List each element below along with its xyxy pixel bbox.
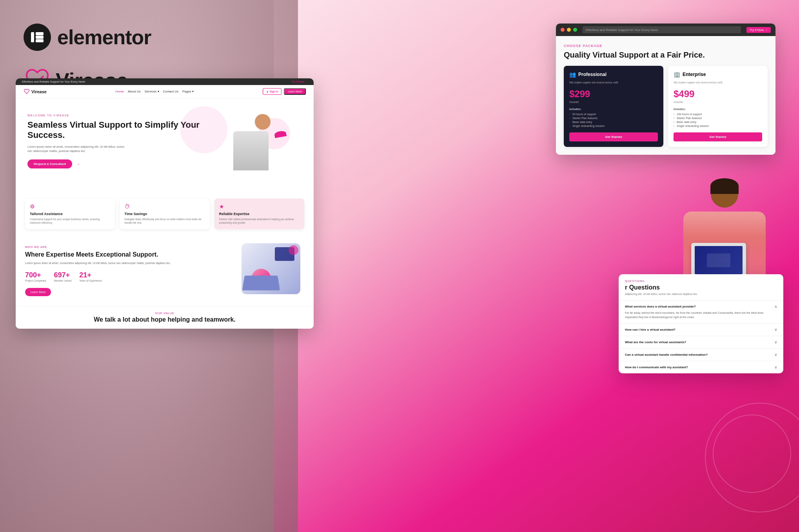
stat-label-1: Project Completed [25,279,46,282]
site-logo-icon [24,89,30,95]
stat-1: 700+ Project Completed [25,271,46,282]
nav-item-services[interactable]: Services ▾ [145,90,159,93]
faq-item-4[interactable]: Can a virtual assistant handle confident… [619,348,783,361]
pricing-card-professional: 👥 Professional Nid nullam sapien est viv… [564,66,663,147]
laptop-screen [695,246,743,274]
about-image [242,243,304,298]
stat-2: 697+ Member Joined [54,271,71,282]
service-desc-2: Delegate tasks effortlessly and focus on… [124,217,205,224]
pricing-card-header-pro: 👥 Professional [569,71,658,78]
about-title: Where Expertise Meets Exceptional Suppor… [25,251,234,258]
pricing-includes-pro: Includes: [569,108,658,110]
pricing-section: CHOOSE PACKAGE Quality Virtual Support a… [556,36,775,155]
site-nav: Virease Home About Us Services ▾ Contact… [16,85,314,98]
about-content: WHO WE ARE Where Expertise Meets Excepti… [25,246,234,296]
faq-chevron-3: ∨ [774,340,777,344]
nav-items: Home About Us Services ▾ Contact Us Page… [51,90,258,93]
elementor-logo: elementor [24,24,274,51]
faq-item-3[interactable]: What are the costs for virtual assistant… [619,336,783,348]
woman2-hair [710,178,739,194]
browser-dot-yellow [567,28,571,32]
laptop [691,243,746,278]
hero-content: WELCOME TO VIREASE Seamless Virtual Supp… [27,110,223,168]
faq-question-5: How do I communicate with my assistant? … [625,365,777,369]
stat-number-1: 700+ [25,271,46,279]
announcement-cta[interactable]: Try It Now → [291,80,307,83]
woman2-head [711,180,738,208]
main-browser: Effortless and Reliable Support for Your… [16,78,314,329]
stat-number-2: 697+ [54,271,71,279]
nav-item-home[interactable]: Home [115,90,123,93]
stat-3: 21+ Years of Experience [79,271,102,282]
pricing-feature-pro-2: Starter Plan features [569,117,658,119]
bottom-title: We talk a lot about hope helping and tea… [25,316,304,323]
pricing-name-ent: Enterprise [683,72,706,77]
pricing-period-pro: /month [569,100,658,104]
faq-eyebrow: QUESTIONS [619,274,783,284]
service-title-2: Time Savings [124,212,205,216]
pricing-feature-pro-3: Basic data entry [569,121,658,123]
faq-question-4: Can a virtual assistant handle confident… [625,353,777,357]
pricing-desc-pro: Nid nullam sapien est viverra lectus vel… [569,81,658,85]
pricing-browser: Effortless and Reliable Support for Your… [556,24,775,155]
service-cards-row: ⚙ Tailored Assistance Customized support… [16,192,314,235]
pricing-period-ent: /month [674,100,762,104]
nav-buttons: ▲ Sign In Learn More [263,88,306,95]
stats-row: 700+ Project Completed 697+ Member Joine… [25,271,234,282]
hero-cta-icon: → [76,162,80,166]
pricing-browser-bar: Effortless and Reliable Support for Your… [556,24,775,36]
faq-question-2: How can I hire a virtual assistant? ∨ [625,328,777,332]
isometric-desk [242,276,280,291]
service-icon-1: ⚙ [30,203,110,210]
svg-rect-3 [36,39,44,42]
stat-number-3: 21+ [79,271,102,279]
faq-question-1: What services does a virtual assistant p… [625,304,777,309]
faq-item-2[interactable]: How can I hire a virtual assistant? ∨ [619,323,783,336]
service-card-3: ★ Reliable Expertise Partner with skille… [214,199,304,229]
faq-chevron-2: ∨ [774,328,777,332]
faq-chevron-5: ∨ [774,365,777,369]
svg-rect-1 [36,32,44,35]
pricing-feature-ent-2: Starter Plan features [674,117,762,119]
topbar-cta[interactable]: Try It Now → [746,27,771,33]
learnmore-button[interactable]: Learn More [284,88,306,95]
pricing-icon-pro: 👥 [569,71,576,78]
pricing-feature-ent-1: 100 hours of support [674,113,762,116]
svg-rect-0 [31,32,34,42]
faq-desc: adipiscing elit. Ut elit tellus, luctus … [619,293,783,300]
hero-section: WELCOME TO VIREASE Seamless Virtual Supp… [16,98,314,192]
site-logo: Virease [24,89,47,95]
nav-item-about[interactable]: About Us [128,90,141,93]
announcement-text: Effortless and Reliable Support for Your… [22,80,85,83]
pricing-cta-pro[interactable]: Get Started [569,132,658,141]
site-logo-text: Virease [31,89,47,94]
signin-button[interactable]: ▲ Sign In [263,88,282,95]
faq-item-1[interactable]: What services does a virtual assistant p… [619,300,783,323]
about-eyebrow: WHO WE ARE [25,246,234,248]
pricing-includes-ent: Includes: [674,108,762,110]
laptop-display [695,246,743,274]
browser-dot-green [573,28,577,32]
hero-cta-row: Request a Consultant → [27,159,223,168]
hero-deco-circle [180,106,227,153]
bottom-teaser: OUR VALUE We talk a lot about hope helpi… [16,306,314,329]
about-cta-button[interactable]: Learn More [25,288,51,296]
stat-label-2: Member Joined [54,279,71,282]
announcement-bar: Effortless and Reliable Support for Your… [16,78,314,85]
faq-answer-1: Far far away, behind the word mountains,… [625,311,777,319]
pricing-cta-ent[interactable]: Get Started [674,132,762,141]
nav-item-contact[interactable]: Contact Us [163,90,179,93]
about-desc: Lorem ipsum dolor sit amet, consectetur … [25,261,234,266]
faq-item-5[interactable]: How do I communicate with my assistant? … [619,361,783,373]
service-title-1: Tailored Assistance [30,212,110,216]
nav-item-pages[interactable]: Pages ▾ [182,90,194,93]
service-desc-3: Partner with skilled professionals dedic… [219,217,300,224]
hero-cta-button[interactable]: Request a Consultant [27,159,72,168]
service-icon-3: ★ [219,203,300,210]
faq-question-3: What are the costs for virtual assistant… [625,340,777,344]
pricing-icon-ent: 🏢 [674,71,680,78]
service-card-1: ⚙ Tailored Assistance Customized support… [25,199,115,229]
service-title-3: Reliable Expertise [219,212,300,216]
isometric-graphic [242,243,300,294]
browser-dot-red [561,28,565,32]
